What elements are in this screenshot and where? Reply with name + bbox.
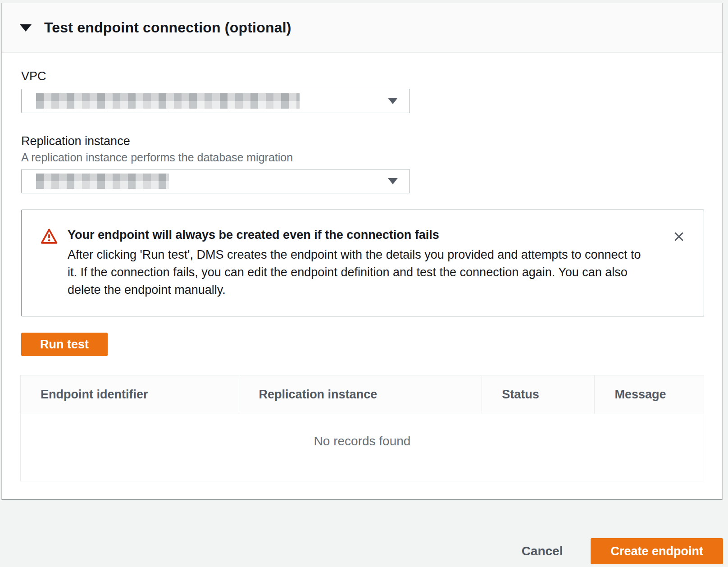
run-test-button[interactable]: Run test bbox=[21, 333, 108, 356]
caret-down-icon bbox=[20, 24, 32, 32]
warning-alert: Your endpoint will always be created eve… bbox=[21, 210, 704, 316]
section-header-toggle[interactable]: Test endpoint connection (optional) bbox=[2, 3, 722, 53]
chevron-down-icon bbox=[388, 178, 398, 184]
warning-alert-content: Your endpoint will always be created eve… bbox=[68, 227, 650, 299]
close-icon[interactable] bbox=[670, 228, 687, 245]
column-header-endpoint-identifier[interactable]: Endpoint identifier bbox=[21, 375, 239, 414]
section-body: VPC Replication instance A replication i… bbox=[2, 53, 722, 499]
column-header-message[interactable]: Message bbox=[594, 375, 704, 414]
replication-instance-field: Replication instance A replication insta… bbox=[21, 134, 704, 193]
vpc-field: VPC bbox=[21, 69, 704, 113]
column-header-status[interactable]: Status bbox=[482, 375, 594, 414]
chevron-down-icon bbox=[388, 98, 398, 104]
warning-alert-body: After clicking 'Run test', DMS creates t… bbox=[68, 246, 650, 299]
table-header-row: Endpoint identifier Replication instance… bbox=[21, 375, 704, 414]
replication-instance-redacted-value bbox=[36, 174, 169, 189]
create-endpoint-button[interactable]: Create endpoint bbox=[591, 538, 723, 564]
column-header-replication-instance[interactable]: Replication instance bbox=[239, 375, 482, 414]
test-endpoint-section: Test endpoint connection (optional) VPC … bbox=[2, 3, 722, 499]
replication-instance-description: A replication instance performs the data… bbox=[21, 151, 704, 164]
replication-instance-label: Replication instance bbox=[21, 134, 704, 148]
section-title: Test endpoint connection (optional) bbox=[44, 19, 291, 36]
connection-results-table: Endpoint identifier Replication instance… bbox=[20, 375, 704, 481]
warning-triangle-icon bbox=[41, 228, 58, 246]
vpc-redacted-value bbox=[36, 93, 300, 109]
replication-instance-select[interactable] bbox=[21, 169, 410, 193]
cancel-button[interactable]: Cancel bbox=[494, 538, 591, 564]
vpc-label: VPC bbox=[21, 69, 704, 83]
warning-alert-title: Your endpoint will always be created eve… bbox=[68, 227, 650, 242]
empty-state-message: No records found bbox=[21, 414, 704, 448]
table-body: No records found bbox=[21, 414, 704, 481]
vpc-select[interactable] bbox=[21, 89, 410, 113]
form-footer: Cancel Create endpoint bbox=[0, 499, 728, 567]
